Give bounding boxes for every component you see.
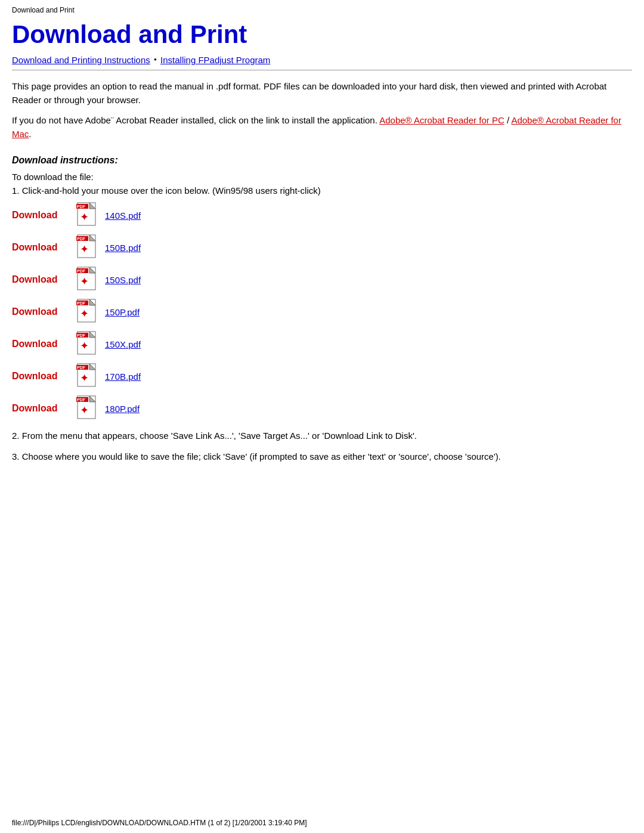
svg-text:PDF: PDF bbox=[77, 333, 86, 337]
instruction-intro: To download the file: bbox=[12, 172, 632, 182]
pdf-download-link[interactable]: 150X.pdf bbox=[105, 339, 141, 349]
svg-text:✦: ✦ bbox=[80, 308, 89, 320]
svg-text:PDF: PDF bbox=[77, 398, 86, 402]
download-item: Download PDF ✦ 150X.pdf bbox=[12, 330, 632, 358]
intro-paragraph-2: If you do not have Adobe¨ Acrobat Reader… bbox=[12, 114, 632, 141]
svg-text:PDF: PDF bbox=[77, 301, 86, 305]
nav-links: Download and Printing Instructions • Ins… bbox=[12, 55, 632, 65]
pdf-icon: PDF ✦ bbox=[76, 395, 100, 422]
pdf-icon: PDF ✦ bbox=[76, 363, 100, 390]
svg-text:✦: ✦ bbox=[80, 340, 89, 352]
svg-text:✦: ✦ bbox=[80, 372, 89, 384]
pdf-icon: PDF ✦ bbox=[76, 234, 100, 261]
intro-text-before: If you do not have Adobe¨ Acrobat Reader… bbox=[12, 115, 379, 125]
page-title: Download and Print bbox=[12, 20, 632, 49]
pdf-download-link[interactable]: 150S.pdf bbox=[105, 275, 141, 285]
download-list: Download PDF ✦ 140S.pdfDownload PDF ✦ 15… bbox=[12, 202, 632, 422]
pdf-icon: PDF ✦ bbox=[76, 298, 100, 326]
svg-text:PDF: PDF bbox=[77, 269, 86, 273]
download-item: Download PDF ✦ 180P.pdf bbox=[12, 395, 632, 422]
pdf-icon: PDF ✦ bbox=[76, 202, 100, 229]
download-item: Download PDF ✦ 170B.pdf bbox=[12, 363, 632, 390]
download-instructions-heading: Download instructions: bbox=[12, 155, 632, 166]
pdf-download-link[interactable]: 140S.pdf bbox=[105, 210, 141, 221]
svg-text:✦: ✦ bbox=[80, 404, 89, 416]
intro-slash: / bbox=[504, 115, 512, 125]
svg-text:✦: ✦ bbox=[80, 243, 89, 255]
nav-link-download-instructions[interactable]: Download and Printing Instructions bbox=[12, 55, 150, 65]
download-label: Download bbox=[12, 274, 72, 285]
step-3-text: 3. Choose where you would like to save t… bbox=[12, 450, 632, 464]
acrobat-pc-link[interactable]: Adobe® Acrobat Reader for PC bbox=[379, 115, 504, 125]
pdf-icon: PDF ✦ bbox=[76, 266, 100, 293]
pdf-icon: PDF ✦ bbox=[76, 330, 100, 358]
intro-period: . bbox=[29, 129, 31, 139]
pdf-download-link[interactable]: 150P.pdf bbox=[105, 307, 140, 317]
intro-paragraph-1: This page provides an option to read the… bbox=[12, 80, 632, 107]
nav-separator: • bbox=[154, 55, 157, 65]
browser-tab-title: Download and Print bbox=[12, 6, 632, 14]
download-label: Download bbox=[12, 339, 72, 349]
nav-link-installing-fpadjust[interactable]: Installing FPadjust Program bbox=[160, 55, 270, 65]
step-1-text: 1. Click-and-hold your mouse over the ic… bbox=[12, 185, 632, 196]
download-label: Download bbox=[12, 371, 72, 382]
page-footer: file:///D|/Philips LCD/english/DOWNLOAD/… bbox=[12, 819, 307, 827]
pdf-download-link[interactable]: 180P.pdf bbox=[105, 404, 140, 414]
download-label: Download bbox=[12, 403, 72, 414]
divider bbox=[12, 70, 632, 70]
pdf-download-link[interactable]: 170B.pdf bbox=[105, 371, 141, 382]
svg-text:PDF: PDF bbox=[77, 205, 86, 209]
download-label: Download bbox=[12, 210, 72, 221]
download-item: Download PDF ✦ 150B.pdf bbox=[12, 234, 632, 261]
download-item: Download PDF ✦ 140S.pdf bbox=[12, 202, 632, 229]
svg-text:PDF: PDF bbox=[77, 366, 86, 370]
download-item: Download PDF ✦ 150P.pdf bbox=[12, 298, 632, 326]
download-label: Download bbox=[12, 242, 72, 253]
download-label: Download bbox=[12, 306, 72, 317]
download-item: Download PDF ✦ 150S.pdf bbox=[12, 266, 632, 293]
svg-text:PDF: PDF bbox=[77, 237, 86, 241]
svg-text:✦: ✦ bbox=[80, 211, 89, 223]
svg-text:✦: ✦ bbox=[80, 275, 89, 287]
pdf-download-link[interactable]: 150B.pdf bbox=[105, 243, 141, 253]
step-2-text: 2. From the menu that appears, choose 'S… bbox=[12, 429, 632, 443]
